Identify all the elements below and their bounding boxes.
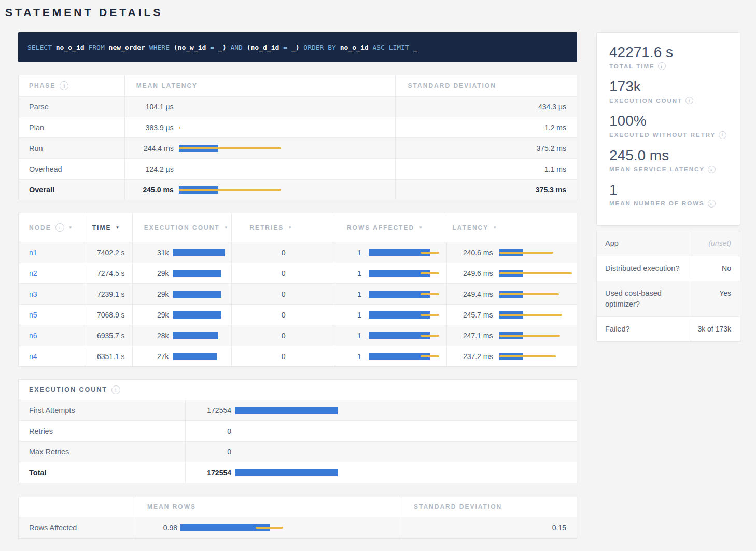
exec-row-value: 172554 xyxy=(186,406,231,415)
app-detail-value: (unset) xyxy=(691,231,739,256)
count-bar xyxy=(173,269,232,278)
bar-whisker xyxy=(421,252,439,254)
app-detail-label: App xyxy=(597,231,691,256)
info-icon[interactable]: i xyxy=(60,81,68,90)
sql-token: no_o_id xyxy=(56,44,85,51)
main-column: SELECT no_o_id FROM new_order WHERE (no_… xyxy=(18,32,577,539)
summary-sidebar: 42271.6 sTOTAL TIMEi173kEXECUTION COUNTi… xyxy=(596,32,740,342)
bar-whisker xyxy=(421,314,439,316)
info-icon[interactable]: i xyxy=(708,166,716,173)
latency-bar xyxy=(499,311,577,319)
bar-whisker xyxy=(499,314,562,316)
bar-whisker xyxy=(179,127,180,129)
node-stats-table: NODE i ▼ TIME ▼ EXECUTION COUNT ▼ RETRIE… xyxy=(18,213,577,367)
bar-whisker xyxy=(421,293,439,295)
node-header-label: NODE xyxy=(29,224,51,231)
std-dev-header-label: STANDARD DEVIATION xyxy=(414,503,502,511)
node-latency-value: 249.4 ms xyxy=(452,290,493,298)
std-dev-value: 1.2 ms xyxy=(544,123,566,132)
sql-statement: SELECT no_o_id FROM new_order WHERE (no_… xyxy=(27,44,417,51)
info-icon[interactable]: i xyxy=(719,131,726,139)
execution-count-column-header[interactable]: EXECUTION COUNT ▼ xyxy=(133,213,232,242)
retries-column-header[interactable]: RETRIES ▼ xyxy=(232,213,335,242)
app-detail-value: No xyxy=(691,256,739,281)
bar-whisker xyxy=(499,272,572,274)
node-link[interactable]: n2 xyxy=(29,269,37,278)
phase-name: Plan xyxy=(29,123,44,132)
latency-column-header[interactable]: LATENCY ▼ xyxy=(447,213,577,242)
bar-fill xyxy=(235,407,338,414)
app-detail-row: App (unset) xyxy=(597,231,740,256)
node-exec-count-value: 29k xyxy=(137,269,169,278)
mean-latency-value: 104.1 µs xyxy=(136,103,174,111)
app-detail-row: Used cost-based optimizer? Yes xyxy=(597,281,740,316)
sql-token: = xyxy=(210,44,214,51)
sql-keyword: AND xyxy=(230,44,242,51)
bar-fill xyxy=(235,469,338,476)
app-detail-label: Used cost-based optimizer? xyxy=(597,281,691,316)
sql-keyword: BY xyxy=(328,44,336,51)
std-dev-value: 434.3 µs xyxy=(538,103,566,111)
bar-whisker xyxy=(256,527,283,529)
node-retries-value: 0 xyxy=(282,290,286,298)
rows-affected-table: MEAN ROWS STANDARD DEVIATION Rows Affect… xyxy=(18,497,577,539)
latency-bar xyxy=(179,165,395,173)
latency-bar xyxy=(499,352,577,361)
page-title: STATEMENT DETAILS xyxy=(0,4,756,19)
rows-bar xyxy=(369,249,447,257)
sql-token: _) xyxy=(291,44,300,51)
mean-latency-value: 245.0 ms xyxy=(136,186,174,194)
node-row: n37239.1 s29k01249.4 ms xyxy=(19,283,577,304)
exec-row: Max Retries 0 xyxy=(19,441,577,462)
phase-table-header: PHASE i MEAN LATENCY STANDARD DEVIATION xyxy=(19,75,577,96)
phase-row: Run 244.4 ms 375.2 ms xyxy=(19,137,577,158)
info-icon[interactable]: i xyxy=(708,200,716,208)
app-detail-label: Distributed execution? xyxy=(597,256,691,281)
node-time-value: 7402.2 s xyxy=(97,249,125,257)
count-bar xyxy=(173,249,232,257)
info-icon[interactable]: i xyxy=(55,223,64,232)
count-bar xyxy=(173,311,232,319)
execution-count-title: EXECUTION COUNT xyxy=(29,386,107,393)
node-exec-count-value: 27k xyxy=(137,352,169,361)
bar-whisker xyxy=(421,335,439,337)
summary-stat: 42271.6 sTOTAL TIMEi xyxy=(609,44,727,70)
sql-keyword: ASC xyxy=(372,44,384,51)
node-link[interactable]: n6 xyxy=(29,332,37,340)
latency-header-label: LATENCY xyxy=(453,224,489,231)
summary-stat: 245.0 msMEAN SERVICE LATENCYi xyxy=(609,147,727,173)
sort-arrow-icon: ▼ xyxy=(68,225,73,230)
node-rows-affected-value: 1 xyxy=(340,269,361,278)
info-icon[interactable]: i xyxy=(111,385,120,394)
stat-value: 100% xyxy=(609,113,727,129)
stat-label: EXECUTION COUNTi xyxy=(609,97,727,104)
latency-bar xyxy=(499,249,577,257)
node-link[interactable]: n3 xyxy=(29,290,37,298)
node-rows-affected-value: 1 xyxy=(340,290,361,298)
latency-bar xyxy=(179,103,395,111)
node-link[interactable]: n4 xyxy=(29,352,37,361)
std-dev-header-cell: STANDARD DEVIATION xyxy=(401,497,577,517)
node-latency-value: 237.2 ms xyxy=(452,352,493,361)
node-latency-value: 247.1 ms xyxy=(452,332,493,340)
rows-affected-column-header[interactable]: ROWS AFFECTED ▼ xyxy=(335,213,447,242)
count-bar xyxy=(173,290,232,298)
node-rows-affected-value: 1 xyxy=(340,249,361,257)
app-detail-label: Failed? xyxy=(597,317,691,341)
node-link[interactable]: n1 xyxy=(29,249,37,257)
phase-name: Run xyxy=(29,144,43,153)
count-bar xyxy=(173,352,232,361)
node-retries-value: 0 xyxy=(282,311,286,319)
info-icon[interactable]: i xyxy=(685,97,693,104)
exec-row: Retries 0 xyxy=(19,420,577,441)
info-icon[interactable]: i xyxy=(658,62,666,70)
phase-row: Plan 383.9 µs 1.2 ms xyxy=(19,117,577,137)
bar-fill xyxy=(173,249,225,256)
node-latency-value: 249.6 ms xyxy=(452,269,493,278)
node-link[interactable]: n5 xyxy=(29,311,37,319)
node-column-header[interactable]: NODE i ▼ xyxy=(19,213,85,242)
execution-count-header-label: EXECUTION COUNT xyxy=(144,224,220,231)
execution-count-table-header: EXECUTION COUNT i xyxy=(19,380,577,400)
time-column-header[interactable]: TIME ▼ xyxy=(85,213,133,242)
mean-latency-value: 124.2 µs xyxy=(136,165,174,173)
